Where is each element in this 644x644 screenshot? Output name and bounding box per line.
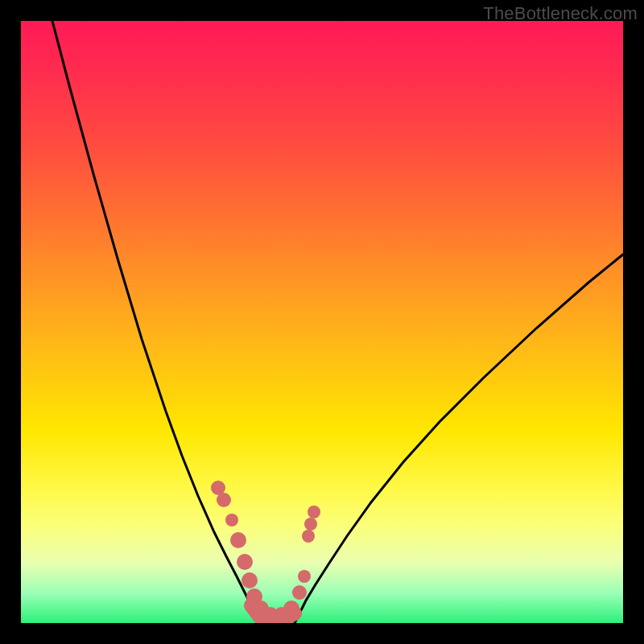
right-curve (295, 254, 623, 623)
curve-layer (21, 21, 623, 623)
bead-marker (217, 493, 231, 507)
bead-marker (304, 518, 317, 530)
chart-frame: TheBottleneck.com (0, 0, 644, 644)
bead-marker (292, 585, 307, 600)
left-curve (52, 21, 261, 623)
bead-marker (230, 532, 246, 548)
curve-paths (52, 21, 623, 623)
plot-area (21, 21, 623, 623)
bead-marker (302, 530, 315, 543)
bead-marker (237, 554, 253, 570)
bead-marker (283, 601, 299, 617)
bead-marker (308, 506, 320, 518)
bead-marker (298, 570, 311, 583)
watermark-text: TheBottleneck.com (483, 3, 638, 24)
bead-marker (242, 572, 258, 588)
bead-marker (225, 514, 238, 526)
